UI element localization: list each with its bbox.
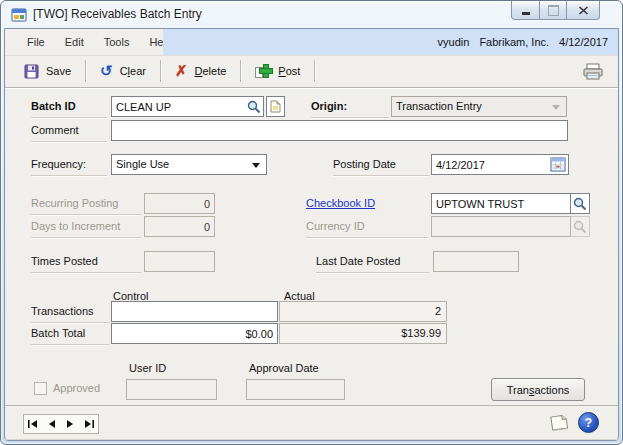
previous-record-icon <box>47 419 57 429</box>
receivables-batch-entry-window: [TWO] Receivables Batch Entry File Edit … <box>0 0 623 445</box>
batch-id-input[interactable] <box>112 97 263 116</box>
recurring-posting-label: Recurring Posting <box>31 195 141 215</box>
chevron-down-icon <box>252 163 260 168</box>
batch-total-control-input[interactable] <box>112 324 277 343</box>
caption-buttons <box>511 1 600 20</box>
recurring-posting-field <box>144 193 215 214</box>
checkbook-id-link[interactable]: Checkbook ID <box>306 195 375 214</box>
currency-id-input <box>432 217 570 236</box>
times-posted-label: Times Posted <box>31 253 141 273</box>
posting-date-field <box>431 154 569 175</box>
checkbook-id-lookup-button[interactable] <box>570 193 590 214</box>
save-button[interactable]: Save <box>13 58 82 84</box>
toolbar-separator <box>314 60 315 82</box>
note-page-icon <box>270 100 281 113</box>
user-id-field <box>126 379 217 400</box>
batch-id-note-button[interactable] <box>266 96 285 117</box>
comment-field <box>111 120 568 141</box>
magnifier-icon <box>573 220 587 234</box>
close-icon <box>578 6 589 15</box>
approved-label: Approved <box>53 380 100 399</box>
magnifier-icon <box>573 197 587 211</box>
first-record-icon <box>27 419 40 429</box>
menu-edit[interactable]: Edit <box>55 29 94 55</box>
times-posted-input <box>145 252 214 271</box>
origin-dropdown: Transaction Entry <box>391 96 567 117</box>
print-button[interactable] <box>582 63 604 80</box>
user-id-input <box>127 380 216 399</box>
recurring-posting-input <box>145 194 214 213</box>
origin-label: Origin: <box>311 98 389 118</box>
posting-date-calendar-button[interactable] <box>550 157 566 176</box>
session-company: Fabrikam, Inc. <box>479 36 549 48</box>
clear-icon: ↺ <box>100 64 113 78</box>
nav-first-button[interactable] <box>24 415 43 433</box>
toolbar: Save ↺ Clear ✗ Delete Post <box>5 55 618 88</box>
batch-total-control-field <box>111 323 278 344</box>
last-record-icon <box>82 419 95 429</box>
batch-id-label: Batch ID <box>31 98 107 118</box>
approval-date-input <box>247 380 344 399</box>
checkbook-id-input[interactable] <box>432 194 570 213</box>
printer-icon <box>582 63 604 80</box>
nav-next-button[interactable] <box>61 415 80 433</box>
window-title: [TWO] Receivables Batch Entry <box>33 7 202 21</box>
notes-icon <box>549 413 570 432</box>
chevron-down-icon <box>552 105 560 110</box>
session-user: vyudin <box>438 36 470 48</box>
frequency-label: Frequency: <box>31 156 107 176</box>
session-info-band: vyudin Fabrikam, Inc. 4/12/2017 <box>163 29 618 55</box>
minimize-button[interactable] <box>511 1 540 20</box>
post-button[interactable]: Post <box>244 58 311 84</box>
post-label: Post <box>278 65 300 77</box>
menu-file[interactable]: File <box>17 29 55 55</box>
nav-previous-button[interactable] <box>43 415 62 433</box>
checkbook-id-field <box>431 193 571 214</box>
transactions-button[interactable]: Transactions <box>491 378 585 401</box>
save-icon <box>24 64 39 79</box>
magnifier-icon <box>247 100 261 114</box>
help-icon: ? <box>585 416 592 430</box>
nav-last-button[interactable] <box>80 415 99 433</box>
batch-id-lookup-button[interactable] <box>247 100 261 118</box>
user-id-header: User ID <box>129 360 166 379</box>
posting-date-input[interactable] <box>432 155 568 174</box>
maximize-button <box>540 1 567 20</box>
save-label: Save <box>46 65 71 77</box>
transactions-control-input[interactable] <box>112 302 277 321</box>
record-navigation <box>23 414 99 434</box>
clear-button[interactable]: ↺ Clear <box>89 58 157 84</box>
approval-date-header: Approval Date <box>249 360 319 379</box>
times-posted-field <box>144 251 215 272</box>
batch-id-field <box>111 96 264 117</box>
maximize-icon <box>548 5 559 16</box>
frequency-dropdown[interactable]: Single Use <box>111 154 267 175</box>
comment-label: Comment <box>31 122 107 142</box>
last-date-posted-field <box>433 251 519 272</box>
currency-id-lookup-button <box>570 216 590 237</box>
clear-label: Clear <box>120 65 146 77</box>
days-to-increment-field <box>144 216 215 237</box>
approval-date-field <box>246 379 345 400</box>
app-window-icon <box>11 7 27 27</box>
delete-icon: ✗ <box>175 64 188 78</box>
approved-checkbox <box>34 382 47 395</box>
help-button[interactable]: ? <box>578 412 599 433</box>
days-to-increment-label: Days to Increment <box>31 218 141 238</box>
comment-input[interactable] <box>112 121 567 140</box>
menu-tools[interactable]: Tools <box>94 29 140 55</box>
close-button[interactable] <box>567 1 600 20</box>
last-date-posted-input <box>434 252 518 271</box>
transactions-row-label: Transactions <box>31 303 109 323</box>
last-date-posted-label: Last Date Posted <box>316 253 429 273</box>
minimize-icon <box>522 12 530 15</box>
delete-button[interactable]: ✗ Delete <box>164 58 237 84</box>
days-to-increment-input <box>145 217 214 236</box>
batch-total-actual-value: $139.99 <box>279 323 447 344</box>
next-record-icon <box>65 419 75 429</box>
note-button[interactable] <box>549 413 571 436</box>
batch-total-row-label: Batch Total <box>31 325 109 345</box>
session-date: 4/12/2017 <box>559 36 608 48</box>
currency-id-label: Currency ID <box>306 218 428 238</box>
transactions-control-field <box>111 301 278 322</box>
